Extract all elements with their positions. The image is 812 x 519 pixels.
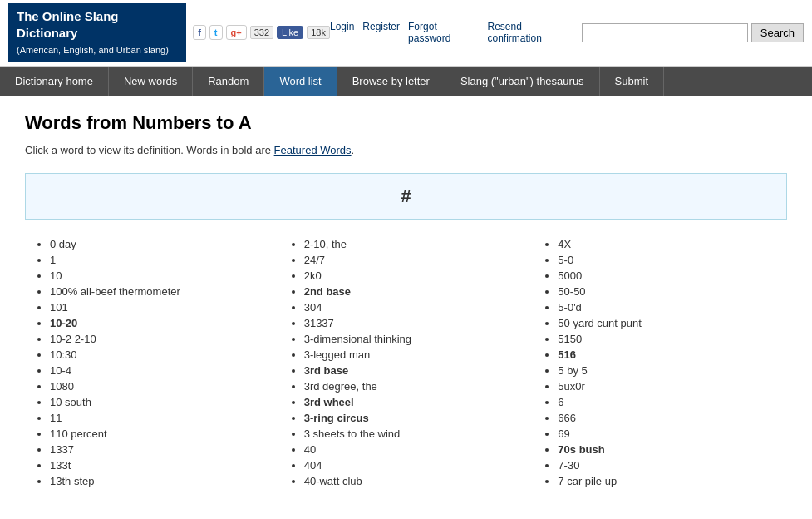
list-item: 11 (50, 410, 271, 426)
word-link[interactable]: 5ux0r (558, 380, 585, 393)
list-item: 3rd base (304, 363, 525, 378)
word-link[interactable]: 5-0 (558, 254, 573, 266)
word-link[interactable]: 11 (50, 412, 62, 424)
nav-item-new-words[interactable]: New words (109, 67, 193, 96)
word-link[interactable]: 3rd degree, the (304, 380, 377, 393)
featured-words-link[interactable]: Featured Words (274, 144, 352, 156)
word-link[interactable]: 666 (558, 412, 576, 424)
word-link[interactable]: 31337 (304, 317, 334, 329)
word-link[interactable]: 10-20 (50, 317, 77, 329)
list-item: 7-30 (558, 457, 779, 473)
like-label: Like (282, 27, 298, 37)
register-link[interactable]: Register (362, 21, 400, 44)
word-link[interactable]: 10-2 2-10 (50, 333, 96, 345)
word-link[interactable]: 10 south (50, 396, 91, 408)
nav-item-browse-by-letter[interactable]: Browse by letter (337, 67, 445, 96)
word-link[interactable]: 1 (50, 254, 56, 266)
site-title-main: The Online Slang Dictionary (17, 9, 119, 40)
word-link[interactable]: 13th step (50, 475, 95, 487)
list-item: 3rd degree, the (304, 378, 525, 394)
facebook-like-button[interactable]: Like (277, 26, 303, 39)
word-link[interactable]: 2k0 (304, 269, 322, 282)
word-link[interactable]: 101 (50, 301, 68, 314)
word-link[interactable]: 3-dimensional thinking (304, 333, 411, 345)
word-link[interactable]: 5 by 5 (558, 364, 587, 377)
list-item: 2-10, the (304, 236, 525, 252)
description-pre: Click a word to view its definition. Wor… (25, 144, 274, 156)
word-link[interactable]: 7-30 (558, 459, 579, 472)
nav-item-submit[interactable]: Submit (600, 67, 664, 96)
auth-links: Login Register Forgot password Resend co… (330, 21, 575, 44)
word-link[interactable]: 304 (304, 301, 322, 314)
word-link[interactable]: 10 (50, 269, 62, 282)
word-link[interactable]: 133t (50, 459, 71, 472)
nav-item-dictionary-home[interactable]: Dictionary home (0, 67, 109, 96)
word-link[interactable]: 100% all-beef thermometer (50, 285, 180, 298)
list-item: 5-0 (558, 252, 779, 268)
word-link[interactable]: 40-watt club (304, 475, 362, 487)
word-link[interactable]: 1337 (50, 443, 74, 456)
login-link[interactable]: Login (330, 21, 354, 44)
list-item: 2nd base (304, 284, 525, 299)
word-link[interactable]: 3rd base (304, 364, 348, 377)
nav-item-word-list[interactable]: Word list (264, 67, 337, 96)
word-link[interactable]: 404 (304, 459, 322, 472)
word-link[interactable]: 69 (558, 428, 569, 440)
list-item: 3 sheets to the wind (304, 426, 525, 442)
googleplus-button[interactable]: g+ (226, 25, 247, 40)
twitter-icon: t (214, 27, 218, 37)
hash-banner: # (25, 173, 787, 220)
word-link[interactable]: 1080 (50, 380, 74, 393)
word-link[interactable]: 5000 (558, 269, 582, 282)
list-item: 110 percent (50, 426, 271, 442)
list-item: 13th step (50, 473, 271, 489)
googleplus-count: 332 (250, 26, 273, 39)
nav-bar: Dictionary homeNew wordsRandomWord listB… (0, 67, 812, 96)
nav-item-slang-thesaurus[interactable]: Slang ("urban") thesaurus (445, 67, 600, 96)
list-item: 6 (558, 394, 779, 410)
word-link[interactable]: 6 (558, 396, 563, 408)
search-area: Search (582, 23, 804, 42)
list-item: 69 (558, 426, 779, 442)
forgot-password-link[interactable]: Forgot password (408, 21, 479, 44)
list-item: 10-2 2-10 (50, 331, 271, 347)
word-link[interactable]: 10:30 (50, 348, 77, 361)
list-item: 40-watt club (304, 473, 525, 489)
word-link[interactable]: 0 day (50, 238, 76, 250)
word-link[interactable]: 110 percent (50, 428, 107, 440)
list-item: 7 car pile up (558, 473, 779, 489)
word-link[interactable]: 3rd wheel (304, 396, 354, 408)
main-content: Words from Numbers to A Click a word to … (0, 96, 812, 506)
word-link[interactable]: 24/7 (304, 254, 325, 266)
twitter-button[interactable]: t (209, 25, 223, 40)
facebook-button[interactable]: f (193, 25, 206, 40)
word-link[interactable]: 5-0'd (558, 301, 582, 314)
like-count: 18k (307, 26, 330, 39)
list-item: 10-4 (50, 363, 271, 378)
word-link[interactable]: 70s bush (558, 443, 604, 456)
word-link[interactable]: 5150 (558, 333, 582, 345)
search-button[interactable]: Search (751, 23, 804, 42)
list-item: 5-0'd (558, 299, 779, 315)
list-item: 3-dimensional thinking (304, 331, 525, 347)
word-link[interactable]: 10-4 (50, 364, 71, 377)
word-link[interactable]: 3-legged man (304, 348, 371, 361)
list-item: 50 yard cunt punt (558, 315, 779, 331)
word-link[interactable]: 3 sheets to the wind (304, 428, 401, 440)
word-link[interactable]: 3-ring circus (304, 412, 369, 424)
resend-confirmation-link[interactable]: Resend confirmation (488, 21, 575, 44)
word-column-2: 4X5-0500050-505-0'd50 yard cunt punt5150… (533, 236, 787, 489)
word-link[interactable]: 50 yard cunt punt (558, 317, 641, 329)
word-link[interactable]: 516 (558, 348, 576, 361)
word-link[interactable]: 4X (558, 238, 571, 250)
list-item: 10 (50, 268, 271, 284)
word-link[interactable]: 7 car pile up (558, 475, 617, 487)
word-link[interactable]: 50-50 (558, 285, 585, 298)
word-link[interactable]: 40 (304, 443, 316, 456)
list-item: 133t (50, 457, 271, 473)
nav-item-random[interactable]: Random (193, 67, 264, 96)
search-input[interactable] (582, 23, 748, 42)
word-link[interactable]: 2nd base (304, 285, 351, 298)
word-link[interactable]: 2-10, the (304, 238, 347, 250)
list-item: 5000 (558, 268, 779, 284)
